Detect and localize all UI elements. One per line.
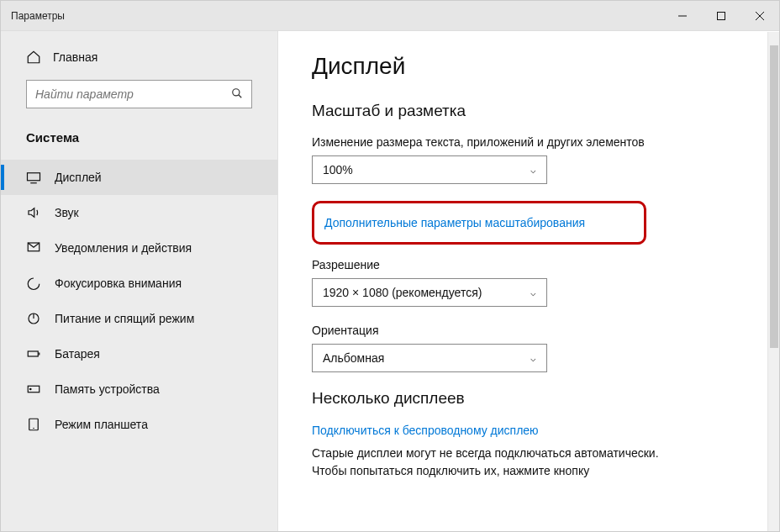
sidebar-item-label: Память устройства bbox=[55, 382, 160, 396]
svg-point-4 bbox=[233, 88, 240, 95]
sidebar-group-system: Система bbox=[1, 125, 277, 160]
sidebar-item-label: Батарея bbox=[55, 347, 100, 361]
display-icon bbox=[26, 170, 41, 185]
sidebar: Главная Система Дисплей Звук bbox=[1, 31, 278, 531]
minimize-button[interactable] bbox=[663, 1, 702, 31]
sidebar-item-display[interactable]: Дисплей bbox=[1, 160, 277, 195]
home-label: Главная bbox=[53, 50, 98, 64]
sidebar-item-label: Звук bbox=[55, 206, 79, 219]
multi-note: Старые дисплеи могут не всегда подключат… bbox=[312, 445, 746, 480]
close-button[interactable] bbox=[740, 1, 779, 31]
page-title: Дисплей bbox=[312, 53, 746, 80]
sidebar-item-label: Питание и спящий режим bbox=[55, 312, 194, 325]
chevron-down-icon: ⌵ bbox=[530, 165, 536, 176]
resolution-label: Разрешение bbox=[312, 258, 746, 271]
scale-label: Изменение размера текста, приложений и д… bbox=[312, 135, 746, 149]
resolution-dropdown[interactable]: 1920 × 1080 (рекомендуется) ⌵ bbox=[312, 278, 547, 307]
section-multi-title: Несколько дисплеев bbox=[312, 389, 746, 408]
sidebar-item-focus[interactable]: Фокусировка внимания bbox=[1, 266, 277, 301]
chevron-down-icon: ⌵ bbox=[530, 353, 536, 364]
orientation-value: Альбомная bbox=[323, 351, 384, 365]
scrollbar-thumb[interactable] bbox=[770, 45, 778, 348]
svg-rect-6 bbox=[28, 173, 40, 181]
sidebar-item-label: Дисплей bbox=[55, 171, 102, 184]
sidebar-item-storage[interactable]: Память устройства bbox=[1, 371, 277, 407]
sound-icon bbox=[26, 205, 41, 220]
sidebar-nav-list: Дисплей Звук Уведомления и действия Фоку… bbox=[1, 160, 277, 442]
section-scale-title: Масштаб и разметка bbox=[312, 102, 746, 120]
window-controls bbox=[663, 1, 779, 31]
orientation-dropdown[interactable]: Альбомная ⌵ bbox=[312, 344, 547, 372]
battery-icon bbox=[26, 346, 41, 361]
storage-icon bbox=[26, 382, 41, 397]
focus-icon bbox=[26, 276, 41, 291]
vertical-scrollbar[interactable] bbox=[767, 32, 779, 531]
notifications-icon bbox=[26, 240, 41, 255]
tablet-icon bbox=[26, 417, 41, 432]
maximize-button[interactable] bbox=[702, 1, 740, 31]
note-line1: Старые дисплеи могут не всегда подключат… bbox=[312, 446, 659, 460]
scale-dropdown[interactable]: 100% ⌵ bbox=[312, 155, 547, 184]
resolution-value: 1920 × 1080 (рекомендуется) bbox=[323, 286, 482, 299]
sidebar-item-sound[interactable]: Звук bbox=[1, 195, 277, 230]
search-input[interactable] bbox=[35, 87, 231, 101]
search-icon bbox=[231, 87, 243, 102]
window-title: Параметры bbox=[11, 10, 65, 22]
sidebar-item-power[interactable]: Питание и спящий режим bbox=[1, 301, 277, 336]
power-icon bbox=[26, 311, 41, 326]
svg-rect-1 bbox=[718, 12, 725, 19]
note-line2: Чтобы попытаться подключить их, нажмите … bbox=[312, 464, 589, 477]
home-nav[interactable]: Главная bbox=[1, 50, 277, 80]
main-panel: Дисплей Масштаб и разметка Изменение раз… bbox=[278, 31, 779, 531]
chevron-down-icon: ⌵ bbox=[530, 287, 536, 298]
search-input-wrap[interactable] bbox=[26, 80, 252, 108]
sidebar-item-tablet[interactable]: Режим планшета bbox=[1, 407, 277, 442]
sidebar-item-notifications[interactable]: Уведомления и действия bbox=[1, 230, 277, 266]
scale-value: 100% bbox=[323, 163, 353, 176]
advanced-scaling-link[interactable]: Дополнительные параметры масштабирования bbox=[324, 216, 585, 229]
svg-rect-11 bbox=[28, 351, 38, 356]
sidebar-item-battery[interactable]: Батарея bbox=[1, 336, 277, 371]
sidebar-item-label: Фокусировка внимания bbox=[55, 277, 182, 290]
svg-line-5 bbox=[239, 94, 242, 97]
sidebar-item-label: Режим планшета bbox=[55, 418, 148, 431]
titlebar: Параметры bbox=[1, 1, 779, 31]
orientation-label: Ориентация bbox=[312, 324, 746, 337]
highlight-advanced-scaling: Дополнительные параметры масштабирования bbox=[312, 201, 646, 245]
sidebar-item-label: Уведомления и действия bbox=[55, 241, 192, 255]
wireless-display-link[interactable]: Подключиться к беспроводному дисплею bbox=[312, 424, 539, 437]
home-icon bbox=[26, 50, 41, 65]
svg-point-14 bbox=[30, 388, 32, 390]
